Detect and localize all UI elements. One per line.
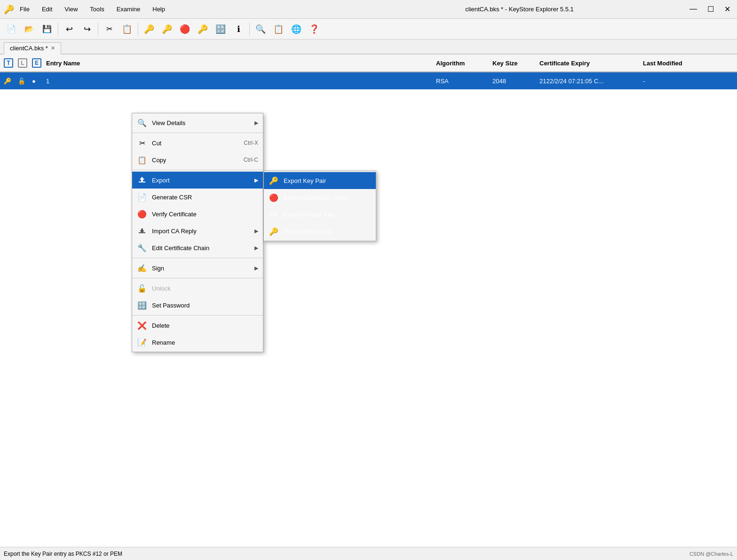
tab-close-icon[interactable]: ✕ [51,45,55,51]
export-certchain-label: Export Certificate Chain [284,194,348,201]
cut-button[interactable] [101,21,118,38]
status-bar: Export the Key Pair entry as PKCS #12 or… [0,547,737,560]
browse-button[interactable]: 🌐 [288,21,305,38]
menu-view[interactable]: View [63,5,79,14]
title-bar: 🔑 File Edit View Tools Examine Help clie… [0,0,737,19]
export-keypair-label: Export Key Pair [284,177,326,184]
menu-item-generate-csr[interactable]: 📄 Generate CSR [132,189,263,205]
window-controls: — ☐ ✕ [687,4,733,15]
delete-icon: ❌ [137,320,147,331]
lock-icon: L [18,58,27,68]
copy-label: Copy [152,157,239,164]
e-icon: E [32,58,41,68]
menu-examine[interactable]: Examine [115,5,143,14]
clipboard-button[interactable]: 📋 [270,21,287,38]
maximize-button[interactable]: ☐ [705,4,717,15]
rename-label: Rename [152,339,258,346]
menu-item-verify-cert[interactable]: 🔴 Verify Certificate [132,205,263,222]
save-button[interactable] [39,21,55,38]
setpassword-button[interactable]: 🔡 [212,21,229,38]
tab-clientca[interactable]: clientCA.bks * ✕ [4,42,61,55]
row-dot-icon: ● [30,78,44,85]
row-lock-icon: 🔓 [16,78,30,85]
import-ca-reply-arrow: ▶ [254,228,258,234]
set-password-icon: 🔡 [137,300,147,310]
submenu-export: 🔑 Export Key Pair 🔴 Export Certificate C… [263,171,376,241]
generate-csr-label: Generate CSR [152,194,258,201]
rename-icon: 📝 [137,337,147,347]
edit-cert-chain-label: Edit Certificate Chain [152,245,250,252]
delete-label: Delete [152,322,258,329]
verify-cert-label: Verify Certificate [152,211,258,218]
sign-icon: ✍ [137,263,147,273]
menu-file[interactable]: File [18,5,32,14]
sep-5 [132,315,263,315]
col-entry-name[interactable]: Entry Name [44,60,434,67]
new-button[interactable] [3,21,20,38]
menu-item-view-details[interactable]: 🔍 View Details ▶ [132,114,263,131]
toolbar-separator-4 [249,23,250,36]
sep-1 [132,133,263,133]
app-icon: 🔑 [4,4,14,15]
redo-button[interactable] [79,21,95,38]
menu-tools[interactable]: Tools [88,5,106,14]
col-type: T [2,58,16,68]
menu-item-import-ca-reply[interactable]: Import CA Reply ▶ [132,222,263,239]
content-area: 🔍 View Details ▶ ✂ Cut Ctrl-X 📋 Copy Ctr… [0,89,737,547]
edit-cert-chain-icon: 🔧 [137,243,147,253]
minimize-button[interactable]: — [687,4,700,15]
undo-button[interactable] [61,21,78,38]
export-icon [137,175,147,185]
copy-button[interactable]: 📋 [119,21,135,38]
sign-arrow: ▶ [254,265,258,271]
examine-button[interactable]: 🔍 [252,21,269,38]
tab-label: clientCA.bks * [10,45,48,52]
svg-rect-0 [139,181,145,182]
importcert-button[interactable]: 🔑 [194,21,211,38]
menu-item-cut[interactable]: ✂ Cut Ctrl-X [132,134,263,151]
export-publickey-label: Export Public Key [284,228,332,235]
cut-icon: ✂ [137,138,147,148]
view-details-icon: 🔍 [137,118,147,128]
type-icon: T [4,58,13,68]
row-entry-name: 1 [44,78,434,85]
toolbar-separator-3 [138,23,138,36]
export-privatekey-icon: 🗝 [269,209,279,220]
properties-button[interactable]: ℹ [230,21,247,38]
close-button[interactable]: ✕ [721,4,733,15]
menu-item-delete[interactable]: ❌ Delete [132,317,263,334]
submenu-item-export-public-key[interactable]: 🔑 Export Public Key [264,223,376,240]
menu-item-export[interactable]: Export ▶ 🔑 Export Key Pair 🔴 Export Cert… [132,172,263,189]
col-cert-expiry[interactable]: Certificate Expiry [538,60,641,67]
col-algorithm[interactable]: Algorithm [434,60,491,67]
table-row[interactable]: 🔑 🔓 ● 1 RSA 2048 2122/2/24 07:21:05 C...… [0,72,737,89]
menu-item-sign[interactable]: ✍ Sign ▶ [132,260,263,276]
view-details-arrow: ▶ [254,120,258,126]
submenu-item-export-key-pair[interactable]: 🔑 Export Key Pair [264,172,376,189]
genkeypair-button[interactable]: 🔑 [141,21,158,38]
main-content: T L E Entry Name Algorithm Key Size Cert… [0,55,737,547]
svg-marker-1 [140,177,144,181]
menu-edit[interactable]: Edit [40,5,54,14]
col-key-size[interactable]: Key Size [491,60,538,67]
table-header: T L E Entry Name Algorithm Key Size Cert… [0,55,737,72]
sign-label: Sign [152,265,250,272]
menu-item-set-password[interactable]: 🔡 Set Password [132,297,263,314]
submenu-item-export-private-key[interactable]: 🗝 Export Private Key [264,206,376,223]
menu-item-edit-cert-chain[interactable]: 🔧 Edit Certificate Chain ▶ [132,239,263,256]
genkeystore-button[interactable]: 🔑 [158,21,175,38]
menu-help[interactable]: Help [151,5,167,14]
export-label: Export [152,177,250,184]
copy-shortcut: Ctrl-C [244,157,258,163]
window-title: clientCA.bks * - KeyStore Explorer 5.5.1 [352,6,687,13]
menu-item-copy[interactable]: 📋 Copy Ctrl-C [132,151,263,168]
cut-shortcut: Ctrl-X [244,140,258,146]
menu-item-rename[interactable]: 📝 Rename [132,334,263,351]
unlock-icon: 🔓 [137,283,147,293]
open-button[interactable] [21,21,38,38]
help-button[interactable]: ❓ [306,21,323,38]
submenu-item-export-cert-chain[interactable]: 🔴 Export Certificate Chain [264,189,376,206]
importkey-button[interactable]: 🔴 [176,21,193,38]
verify-cert-icon: 🔴 [137,209,147,219]
col-last-modified[interactable]: Last Modified [641,60,735,67]
